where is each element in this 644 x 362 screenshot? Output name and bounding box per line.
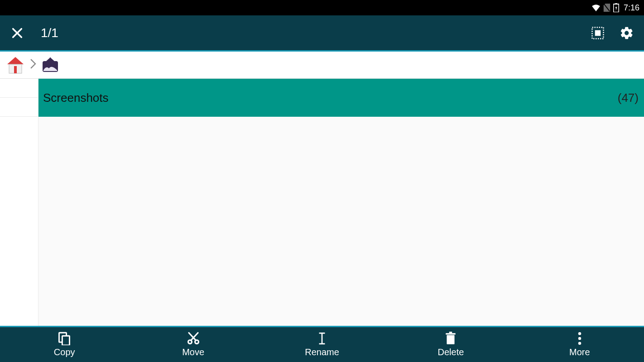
svg-rect-21 [447,335,455,344]
svg-point-25 [578,337,581,340]
close-icon [11,27,24,39]
home-icon [5,56,25,74]
rename-button[interactable]: Rename [258,327,386,362]
settings-button[interactable] [618,24,636,42]
svg-rect-13 [62,336,70,345]
svg-rect-22 [446,333,456,334]
no-sim-icon [603,4,610,12]
select-all-button[interactable] [589,24,607,42]
battery-charging-icon [613,3,619,12]
wifi-icon [591,4,601,11]
breadcrumb-home[interactable] [5,56,25,74]
text-cursor-icon [317,332,327,345]
select-all-icon [591,26,605,40]
copy-icon [58,332,71,345]
delete-label: Delete [438,347,464,357]
breadcrumb [0,52,644,79]
svg-point-24 [578,332,581,335]
move-label: Move [182,347,204,357]
svg-rect-23 [449,332,452,333]
breadcrumb-gallery[interactable] [41,57,60,74]
chevron-right-icon [30,59,36,71]
more-vert-icon [577,332,582,345]
svg-point-26 [578,342,581,345]
rename-label: Rename [305,347,339,357]
delete-button[interactable]: Delete [386,327,515,362]
folder-name: Screenshots [43,91,109,105]
folder-count: (47) [618,91,639,105]
svg-rect-5 [595,30,601,36]
status-bar: 7:16 [0,0,644,15]
svg-marker-7 [7,57,24,64]
side-panel [0,79,38,326]
status-time: 7:16 [624,3,639,13]
more-button[interactable]: More [515,327,644,362]
svg-rect-9 [14,66,17,73]
more-label: More [569,347,590,357]
folder-row-screenshots[interactable]: Screenshots (47) [38,79,644,117]
app-bar: 1/1 [0,15,644,52]
move-button[interactable]: Move [129,327,257,362]
side-panel-row [0,79,38,98]
svg-rect-2 [615,3,617,4]
trash-icon [445,332,457,345]
close-button[interactable] [8,24,26,42]
selection-count: 1/1 [41,26,589,40]
copy-label: Copy [54,347,75,357]
copy-button[interactable]: Copy [0,327,129,362]
content-area: Screenshots (47) [0,79,644,326]
side-panel-row [0,98,38,117]
gear-icon [620,26,634,40]
gallery-icon [41,57,60,74]
cut-icon [187,332,200,345]
folder-list: Screenshots (47) [38,79,644,326]
bottom-action-bar: Copy Move Rename [0,326,644,362]
